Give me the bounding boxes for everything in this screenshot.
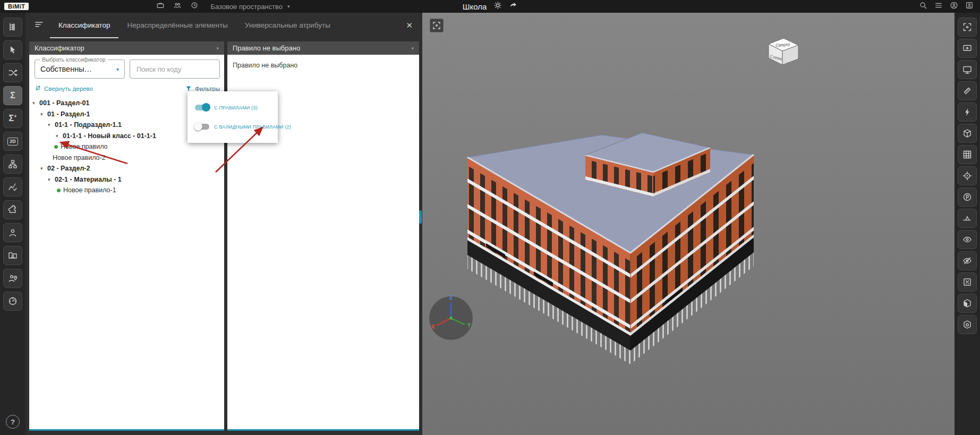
- section-plane-button[interactable]: [958, 209, 977, 228]
- collapse-tree-link[interactable]: Свернуть дерево: [35, 85, 93, 92]
- target-icon: [962, 171, 972, 181]
- tree-rule[interactable]: Новое правило-2: [29, 152, 224, 164]
- section-title: Правило не выбрано: [233, 44, 300, 52]
- profile-button[interactable]: [965, 1, 974, 12]
- focus-corners-icon: [432, 21, 441, 30]
- settings-button[interactable]: [493, 1, 502, 12]
- puzzle-icon: [8, 205, 18, 215]
- toggle-with-rules[interactable]: [195, 105, 209, 110]
- select-value: Собственны…: [40, 65, 92, 73]
- selection-box-button[interactable]: [958, 272, 977, 292]
- account-box-icon: [965, 1, 974, 10]
- close-icon[interactable]: ✕: [406, 21, 413, 30]
- workspace-selector[interactable]: Базовое пространство ▾: [210, 3, 289, 11]
- view-2d-icon: 2D: [7, 138, 18, 146]
- classifier-select[interactable]: Выбрать классификатор Собственны… ▾: [35, 59, 125, 79]
- briefcase-icon: [156, 1, 165, 10]
- menu-button[interactable]: [934, 1, 943, 12]
- navigation-cube[interactable]: Сверху Слева: [762, 34, 804, 68]
- history-icon: [190, 1, 199, 10]
- axis-y-label: Y: [467, 322, 471, 328]
- expand-caret-icon[interactable]: ▾: [40, 112, 47, 117]
- tab-universal-attributes[interactable]: Универсальные атрибуты: [236, 13, 339, 38]
- tree-node[interactable]: ▾02-1 - Материалы - 1: [29, 174, 224, 185]
- share-button[interactable]: [509, 1, 517, 12]
- toggle-valid-rules[interactable]: [195, 124, 209, 130]
- shared-folder-button[interactable]: [3, 246, 22, 265]
- classifier-plus-button[interactable]: Σ+: [3, 109, 22, 128]
- search-button[interactable]: [919, 1, 927, 12]
- axis-x-label: X: [431, 324, 435, 330]
- expand-caret-icon[interactable]: ▾: [32, 100, 39, 106]
- dashboard-button[interactable]: [3, 292, 22, 311]
- monitor-button[interactable]: [958, 60, 977, 79]
- right-toolbar: [955, 13, 980, 435]
- grid-button[interactable]: [958, 145, 977, 164]
- tree-rule[interactable]: Новое правило-1: [29, 185, 224, 196]
- history-button[interactable]: [190, 1, 199, 12]
- user-icon: [8, 228, 18, 237]
- users-button[interactable]: [3, 223, 22, 242]
- building-model[interactable]: [455, 127, 766, 369]
- screen-fit-button[interactable]: [958, 39, 977, 58]
- solid-view-button[interactable]: [958, 294, 977, 313]
- tab-unassigned-elements[interactable]: Нераспределённые элементы: [118, 13, 236, 38]
- visibility-button[interactable]: [958, 230, 977, 249]
- menu-lines-icon: [934, 1, 943, 10]
- select-tool-button[interactable]: [3, 40, 22, 59]
- expand-caret-icon[interactable]: ▾: [48, 122, 55, 127]
- plan-mode-button[interactable]: [958, 187, 977, 207]
- gauge-icon: [8, 296, 18, 306]
- select-label: Выбрать классификатор: [40, 56, 108, 63]
- measure-button[interactable]: [958, 81, 977, 100]
- model-tree-button[interactable]: [3, 18, 22, 37]
- user-location-button[interactable]: [3, 269, 22, 288]
- section-box-button[interactable]: [958, 124, 977, 143]
- help-button[interactable]: ?: [6, 415, 20, 429]
- collapse-tree-icon: [35, 85, 41, 92]
- ruler-icon: [962, 86, 972, 96]
- visibility-off-button[interactable]: [958, 251, 977, 270]
- relations-button[interactable]: [3, 63, 22, 82]
- tree-rule[interactable]: Новое правило: [29, 141, 224, 152]
- plugins-button[interactable]: [3, 200, 22, 219]
- tab-classifier[interactable]: Классификатор: [50, 13, 118, 38]
- rule-section-header[interactable]: Правило не выбрано ▾: [227, 41, 419, 55]
- expand-caret-icon[interactable]: ▾: [56, 133, 63, 139]
- expand-caret-icon[interactable]: ▾: [48, 177, 55, 182]
- view-2d-button[interactable]: 2D: [3, 132, 22, 151]
- classifier-button[interactable]: Σ: [3, 86, 22, 105]
- account-button[interactable]: [950, 1, 958, 12]
- classifier-section-header[interactable]: Классификатор ▾: [29, 41, 224, 55]
- code-search: [130, 59, 220, 79]
- clash-button[interactable]: [958, 103, 977, 122]
- tab-label: Универсальные атрибуты: [245, 21, 330, 29]
- filter-option-valid-rules: С ВАЛИДНЫМИ ПРАВИЛАМИ (2): [195, 124, 270, 130]
- chart-check-icon: [8, 182, 18, 192]
- cube-gear-icon: [962, 320, 972, 329]
- locate-button[interactable]: [958, 166, 977, 185]
- workspace-name: Базовое пространство: [210, 3, 283, 11]
- viewport-3d[interactable]: Сверху Слева Z X Y: [422, 13, 955, 435]
- eye-off-icon: [962, 256, 972, 266]
- panel-splitter-handle[interactable]: [419, 210, 422, 224]
- panel-menu-button[interactable]: [34, 19, 45, 32]
- fit-view-button[interactable]: [958, 18, 977, 37]
- lightning-icon: [962, 107, 972, 117]
- funnel-icon: [185, 86, 192, 92]
- plan-p-icon: [962, 192, 972, 202]
- workspace-button[interactable]: [156, 1, 165, 12]
- axis-gizmo[interactable]: Z X Y: [427, 293, 475, 342]
- team-button[interactable]: [173, 1, 182, 12]
- focus-model-button[interactable]: [430, 19, 444, 32]
- structure-button[interactable]: [3, 155, 22, 174]
- verification-button[interactable]: [3, 177, 22, 197]
- view-settings-button[interactable]: [958, 315, 977, 334]
- section-box-icon: [962, 129, 972, 138]
- axis-z-label: Z: [449, 295, 453, 301]
- code-search-input[interactable]: [130, 60, 219, 78]
- expand-caret-icon[interactable]: ▾: [40, 166, 47, 171]
- tree-node[interactable]: ▾02 - Раздел-2: [29, 163, 224, 174]
- filters-button[interactable]: Фильтры: [185, 86, 220, 92]
- rule-status-dot: [54, 145, 58, 149]
